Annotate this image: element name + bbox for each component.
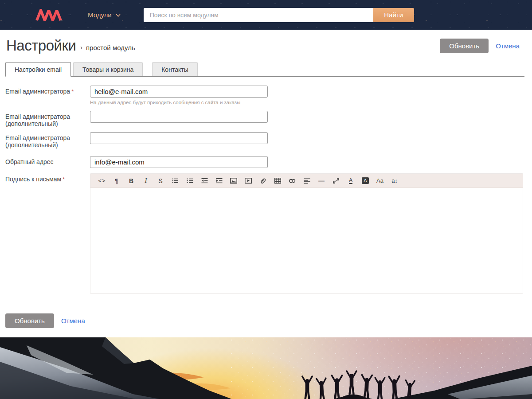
font-case-icon[interactable]: Aa: [373, 175, 387, 187]
field-row-admin-email-extra-2: Email администратора (дополнительный): [5, 132, 532, 149]
field-label: Email администратора (дополнительный): [5, 134, 70, 149]
insert-link-icon[interactable]: [285, 175, 299, 187]
email-settings-form: Email администратора* На данный адрес бу…: [5, 86, 532, 328]
admin-email-input[interactable]: [90, 86, 268, 98]
reply-address-input[interactable]: [90, 156, 268, 168]
attach-file-icon[interactable]: [256, 175, 270, 187]
page-title: Настройки: [6, 37, 76, 54]
cancel-link-top[interactable]: Отмена: [496, 42, 520, 50]
ordered-list-icon[interactable]: [183, 175, 197, 187]
field-label: Обратный адрес: [5, 158, 54, 165]
align-icon[interactable]: [300, 175, 314, 187]
admin-email-extra1-input[interactable]: [90, 111, 268, 123]
settings-page: Настройки › простой модуль Обновить Отме…: [0, 30, 532, 332]
update-button-top[interactable]: Обновить: [440, 39, 489, 53]
cancel-link-bottom[interactable]: Отмена: [61, 317, 85, 325]
unordered-list-icon[interactable]: [168, 175, 182, 187]
breadcrumb: простой модуль: [86, 44, 135, 51]
editor-toolbar: <> ¶ B I S: [90, 174, 523, 188]
required-marker: *: [71, 88, 74, 95]
page-actions: Обновить Отмена: [440, 39, 520, 53]
outdent-icon[interactable]: [197, 175, 211, 187]
search-input[interactable]: [144, 8, 373, 22]
insert-table-icon[interactable]: [270, 175, 285, 187]
settings-tabs: Настройки email Товары и корзина Контакт…: [5, 62, 524, 77]
insert-video-icon[interactable]: [241, 175, 255, 187]
insert-image-icon[interactable]: [227, 175, 241, 187]
admin-email-extra2-input[interactable]: [90, 132, 268, 144]
tab-email-settings[interactable]: Настройки email: [5, 62, 71, 77]
paragraph-format-icon[interactable]: ¶: [110, 175, 124, 187]
footer-mountain-sunset-image: [0, 337, 532, 399]
chevron-down-icon: [116, 14, 121, 17]
text-color-icon[interactable]: A: [344, 175, 358, 187]
search-button[interactable]: Найти: [373, 8, 414, 22]
background-color-icon[interactable]: A: [358, 175, 372, 187]
field-row-admin-email-extra-1: Email администратора (дополнительный): [5, 111, 532, 127]
field-label: Подпись к письмам: [5, 176, 61, 183]
field-label: Email администратора (дополнительный): [5, 113, 70, 127]
top-nav: Модули Найти: [0, 0, 532, 30]
required-marker: *: [63, 176, 65, 183]
font-size-icon[interactable]: a↕: [387, 175, 402, 187]
italic-icon[interactable]: I: [139, 175, 153, 187]
field-row-mail-signature: Подпись к письмам* <> ¶ B I S: [5, 173, 532, 294]
nav-modules-dropdown[interactable]: Модули: [88, 11, 121, 19]
field-label: Email администратора: [5, 88, 70, 95]
nav-modules-label: Модули: [88, 11, 112, 19]
indent-icon[interactable]: [212, 175, 226, 187]
strikethrough-icon[interactable]: S: [153, 175, 168, 187]
breadcrumb-separator: ›: [80, 44, 82, 51]
form-actions: Обновить Отмена: [5, 313, 532, 328]
bold-icon[interactable]: B: [124, 175, 138, 187]
update-button-bottom[interactable]: Обновить: [5, 313, 54, 328]
fullscreen-icon[interactable]: [329, 175, 343, 187]
horizontal-rule-icon[interactable]: —: [314, 175, 329, 187]
field-help-text: На данный адрес будут приходить сообщени…: [90, 100, 532, 105]
code-view-icon[interactable]: <>: [95, 175, 109, 187]
field-row-reply-address: Обратный адрес: [5, 156, 532, 168]
rich-text-editor: <> ¶ B I S: [90, 173, 523, 294]
tab-contacts[interactable]: Контакты: [152, 62, 197, 76]
field-row-admin-email: Email администратора* На данный адрес бу…: [5, 86, 532, 105]
module-search: Найти: [144, 8, 414, 22]
brand-logo-mv[interactable]: [35, 9, 63, 21]
tab-products-cart[interactable]: Товары и корзина: [73, 62, 143, 76]
page-head: Настройки › простой модуль Обновить Отме…: [6, 37, 520, 55]
editor-content[interactable]: [90, 188, 523, 293]
